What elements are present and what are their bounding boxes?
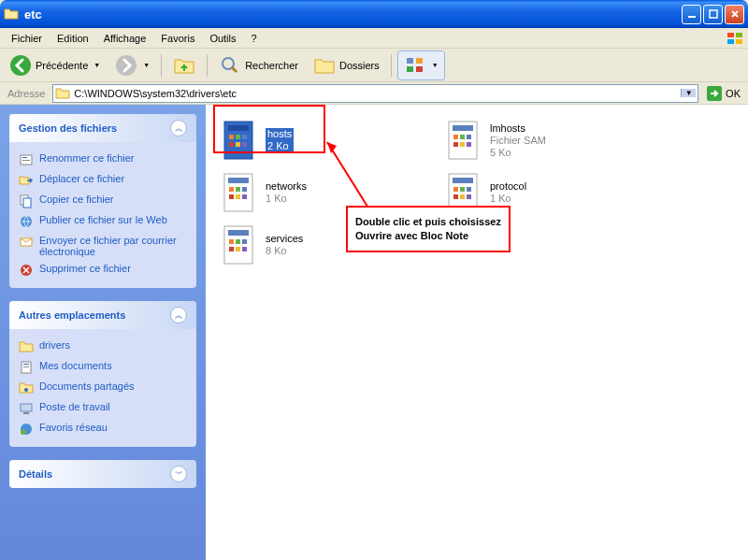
file-name: networks	[266, 180, 307, 193]
folder-icon	[19, 339, 34, 354]
task-label: Favoris réseau	[39, 422, 108, 433]
delete-icon	[19, 263, 34, 278]
annotation-text: Double clic et puis choisissez Ouvrire a…	[346, 206, 511, 252]
search-button[interactable]: Rechercher	[213, 51, 304, 79]
svg-rect-9	[407, 58, 413, 64]
fileview[interactable]: hosts2 KolmhostsFichier SAM5 Konetworks1…	[206, 105, 748, 560]
task-item[interactable]: Renommer ce fichier	[19, 150, 187, 170]
svg-rect-16	[22, 160, 30, 161]
menu-view[interactable]: Affichage	[96, 30, 154, 47]
task-item[interactable]: Envoyer ce fichier par courrier électron…	[19, 232, 187, 260]
address-label: Adresse	[4, 88, 49, 99]
svg-point-29	[21, 429, 26, 435]
mail-icon	[19, 235, 34, 250]
file-name: lmhosts	[490, 122, 546, 135]
task-label: Renommer ce fichier	[39, 152, 134, 164]
chevron-icon: ︽	[170, 120, 187, 136]
panel-title: Détails	[19, 468, 52, 480]
window-title: etc	[24, 7, 682, 22]
menu-edit[interactable]: Edition	[50, 30, 96, 47]
svg-rect-59	[453, 194, 458, 199]
forward-icon	[115, 54, 137, 77]
file-meta: Fichier SAM	[490, 135, 546, 147]
address-field[interactable]: ▼	[52, 84, 698, 103]
panel-body: driversMes documentsDocuments partagésPo…	[9, 329, 196, 447]
forward-button[interactable]: ▼	[109, 51, 155, 79]
svg-rect-5	[736, 39, 742, 44]
task-item[interactable]: Documents partagés	[19, 378, 187, 398]
file-info: services8 Ko	[266, 233, 303, 257]
toolbar: Précédente ▼ ▼ Rechercher Dossiers ▼	[0, 49, 748, 82]
sidebar-panel: Autres emplacements︽driversMes documents…	[9, 301, 196, 447]
file-icon	[221, 224, 258, 266]
network-icon	[19, 422, 34, 437]
menubar: Fichier Edition Affichage Favoris Outils…	[0, 28, 748, 49]
file-meta: 5 Ko	[490, 147, 546, 159]
separator	[207, 54, 208, 77]
panel-header[interactable]: Détails︾	[9, 460, 196, 488]
svg-rect-57	[460, 187, 465, 192]
panel-header[interactable]: Gestion des fichiers︽	[9, 114, 196, 142]
address-input[interactable]	[74, 88, 681, 99]
task-label: Poste de travail	[39, 401, 110, 412]
task-item[interactable]: Copier ce fichier	[19, 191, 187, 211]
annotation-line2: Ouvrire avec Bloc Note	[355, 229, 501, 243]
back-button[interactable]: Précédente ▼	[4, 51, 106, 79]
folder-icon	[55, 87, 70, 100]
panel-title: Autres emplacements	[19, 309, 125, 321]
chevron-icon: ︾	[170, 466, 187, 482]
file-icon	[221, 172, 258, 213]
folders-button[interactable]: Dossiers	[308, 51, 385, 79]
svg-rect-68	[236, 247, 240, 251]
task-item[interactable]: Poste de travail	[19, 398, 187, 419]
close-button[interactable]	[725, 5, 744, 24]
folder-icon	[4, 7, 19, 22]
svg-rect-47	[228, 178, 249, 183]
folders-icon	[313, 54, 336, 77]
file-name: protocol	[490, 180, 526, 193]
menu-favorites[interactable]: Favoris	[153, 30, 202, 47]
task-item[interactable]: drivers	[19, 337, 187, 357]
file-name: services	[266, 233, 303, 245]
svg-rect-1	[710, 10, 717, 18]
separator	[391, 54, 392, 77]
folder-up-icon	[173, 54, 195, 77]
move-icon	[19, 173, 34, 188]
copy-icon	[19, 194, 34, 208]
menu-help[interactable]: ?	[244, 30, 265, 47]
up-button[interactable]	[167, 51, 201, 79]
file-info: networks1 Ko	[266, 180, 307, 205]
views-button[interactable]: ▼	[397, 50, 445, 80]
panel-header[interactable]: Autres emplacements︽	[9, 301, 196, 329]
task-item[interactable]: Mes documents	[19, 357, 187, 378]
svg-rect-56	[453, 187, 458, 192]
svg-rect-40	[453, 135, 458, 139]
minimize-button[interactable]	[682, 5, 701, 24]
task-item[interactable]: Supprimer ce fichier	[19, 260, 187, 280]
svg-rect-58	[467, 187, 471, 192]
svg-rect-52	[236, 194, 240, 199]
svg-rect-44	[460, 142, 465, 147]
svg-rect-64	[229, 239, 234, 244]
address-dropdown[interactable]: ▼	[681, 89, 696, 97]
svg-rect-12	[416, 66, 423, 72]
svg-rect-41	[460, 135, 465, 139]
back-icon	[9, 54, 32, 77]
task-item[interactable]: Favoris réseau	[19, 419, 187, 439]
maximize-button[interactable]	[703, 5, 723, 24]
file-info: protocol1 Ko	[490, 180, 526, 205]
file-item[interactable]: lmhostsFichier SAM5 Ko	[443, 118, 658, 163]
task-item[interactable]: Déplacer ce fichier	[19, 170, 187, 191]
menu-file[interactable]: Fichier	[4, 30, 50, 47]
windows-flag-icon	[726, 31, 744, 46]
chevron-icon: ︽	[170, 307, 187, 323]
file-icon	[445, 120, 482, 161]
task-label: drivers	[39, 339, 70, 351]
svg-rect-27	[23, 412, 29, 414]
go-button[interactable]: OK	[702, 83, 744, 104]
menu-tools[interactable]: Outils	[202, 30, 243, 47]
svg-point-7	[116, 55, 137, 76]
task-item[interactable]: Publier ce fichier sur le Web	[19, 211, 187, 232]
mydocs-icon	[19, 360, 34, 375]
svg-rect-69	[242, 247, 247, 251]
